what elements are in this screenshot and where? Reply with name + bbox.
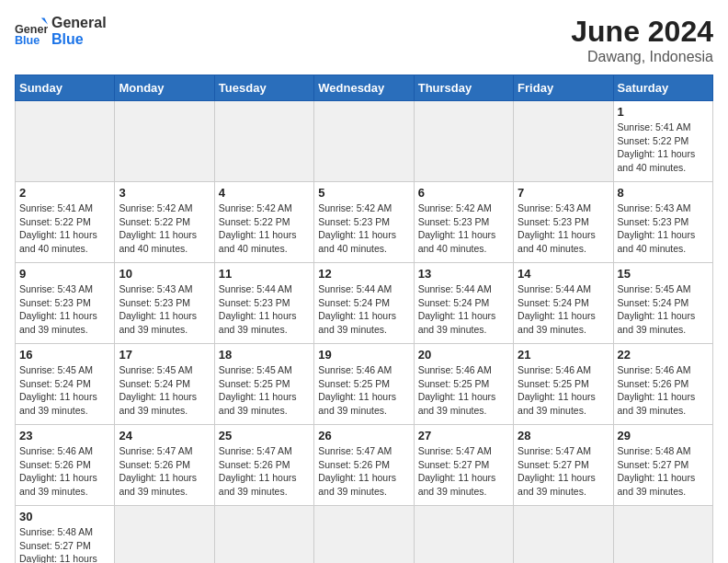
day-info: Sunrise: 5:43 AM Sunset: 5:23 PM Dayligh…	[518, 201, 609, 256]
day-info: Sunrise: 5:46 AM Sunset: 5:25 PM Dayligh…	[318, 363, 409, 418]
calendar-cell	[214, 101, 313, 182]
day-info: Sunrise: 5:42 AM Sunset: 5:23 PM Dayligh…	[318, 201, 409, 256]
day-info: Sunrise: 5:47 AM Sunset: 5:27 PM Dayligh…	[518, 444, 609, 499]
month-year: June 2024	[571, 15, 713, 49]
day-number: 8	[618, 186, 709, 200]
calendar-cell: 30Sunrise: 5:48 AM Sunset: 5:27 PM Dayli…	[16, 506, 115, 564]
day-number: 18	[219, 348, 310, 362]
calendar-cell: 1Sunrise: 5:41 AM Sunset: 5:22 PM Daylig…	[613, 101, 712, 182]
day-number: 4	[219, 186, 310, 200]
calendar-cell	[115, 101, 214, 182]
day-number: 24	[119, 429, 210, 442]
day-header-saturday: Saturday	[613, 75, 712, 101]
week-row-3: 9Sunrise: 5:43 AM Sunset: 5:23 PM Daylig…	[16, 263, 713, 344]
day-info: Sunrise: 5:44 AM Sunset: 5:24 PM Dayligh…	[518, 282, 609, 337]
day-info: Sunrise: 5:43 AM Sunset: 5:23 PM Dayligh…	[618, 201, 709, 256]
day-number: 27	[418, 429, 509, 442]
calendar-cell: 10Sunrise: 5:43 AM Sunset: 5:23 PM Dayli…	[115, 263, 214, 344]
calendar-cell: 3Sunrise: 5:42 AM Sunset: 5:22 PM Daylig…	[115, 182, 214, 263]
calendar-cell	[514, 101, 613, 182]
week-row-5: 23Sunrise: 5:46 AM Sunset: 5:26 PM Dayli…	[16, 425, 713, 506]
day-number: 9	[19, 267, 110, 281]
day-number: 19	[318, 348, 409, 362]
calendar-cell: 17Sunrise: 5:45 AM Sunset: 5:24 PM Dayli…	[115, 344, 214, 425]
day-number: 15	[618, 267, 709, 281]
day-number: 17	[119, 348, 210, 362]
day-info: Sunrise: 5:47 AM Sunset: 5:27 PM Dayligh…	[418, 444, 509, 499]
day-info: Sunrise: 5:46 AM Sunset: 5:26 PM Dayligh…	[618, 363, 709, 418]
logo: General Blue General Blue	[15, 15, 107, 48]
day-info: Sunrise: 5:43 AM Sunset: 5:23 PM Dayligh…	[119, 282, 210, 337]
day-number: 10	[119, 267, 210, 281]
calendar-cell: 27Sunrise: 5:47 AM Sunset: 5:27 PM Dayli…	[414, 425, 513, 506]
day-header-sunday: Sunday	[16, 75, 115, 101]
calendar-cell: 26Sunrise: 5:47 AM Sunset: 5:26 PM Dayli…	[314, 425, 414, 506]
calendar-cell: 21Sunrise: 5:46 AM Sunset: 5:25 PM Dayli…	[514, 344, 613, 425]
day-number: 20	[418, 348, 509, 362]
calendar-cell	[414, 506, 513, 564]
calendar-cell: 25Sunrise: 5:47 AM Sunset: 5:26 PM Dayli…	[214, 425, 313, 506]
day-info: Sunrise: 5:44 AM Sunset: 5:23 PM Dayligh…	[219, 282, 310, 337]
day-number: 29	[618, 429, 709, 442]
day-header-monday: Monday	[115, 75, 214, 101]
location: Dawang, Indonesia	[571, 49, 713, 65]
week-row-2: 2Sunrise: 5:41 AM Sunset: 5:22 PM Daylig…	[16, 182, 713, 263]
day-info: Sunrise: 5:47 AM Sunset: 5:26 PM Dayligh…	[119, 444, 210, 499]
calendar-table: SundayMondayTuesdayWednesdayThursdayFrid…	[15, 75, 713, 563]
calendar-cell: 29Sunrise: 5:48 AM Sunset: 5:27 PM Dayli…	[613, 425, 712, 506]
calendar-cell	[514, 506, 613, 564]
day-number: 12	[318, 267, 409, 281]
calendar-cell: 15Sunrise: 5:45 AM Sunset: 5:24 PM Dayli…	[613, 263, 712, 344]
day-header-friday: Friday	[514, 75, 613, 101]
day-info: Sunrise: 5:42 AM Sunset: 5:22 PM Dayligh…	[219, 201, 310, 256]
calendar-cell: 12Sunrise: 5:44 AM Sunset: 5:24 PM Dayli…	[314, 263, 414, 344]
logo-general-text: General	[51, 15, 107, 31]
day-info: Sunrise: 5:46 AM Sunset: 5:25 PM Dayligh…	[518, 363, 609, 418]
calendar-cell: 14Sunrise: 5:44 AM Sunset: 5:24 PM Dayli…	[514, 263, 613, 344]
day-number: 7	[518, 186, 609, 200]
calendar-cell: 18Sunrise: 5:45 AM Sunset: 5:25 PM Dayli…	[214, 344, 313, 425]
calendar-cell: 24Sunrise: 5:47 AM Sunset: 5:26 PM Dayli…	[115, 425, 214, 506]
day-number: 22	[618, 348, 709, 362]
day-number: 28	[518, 429, 609, 442]
day-info: Sunrise: 5:47 AM Sunset: 5:26 PM Dayligh…	[219, 444, 310, 499]
calendar-cell	[214, 506, 313, 564]
calendar-cell: 8Sunrise: 5:43 AM Sunset: 5:23 PM Daylig…	[613, 182, 712, 263]
day-number: 5	[318, 186, 409, 200]
day-info: Sunrise: 5:45 AM Sunset: 5:25 PM Dayligh…	[219, 363, 310, 418]
calendar-cell	[414, 101, 513, 182]
week-row-4: 16Sunrise: 5:45 AM Sunset: 5:24 PM Dayli…	[16, 344, 713, 425]
svg-text:Blue: Blue	[15, 34, 40, 47]
day-info: Sunrise: 5:47 AM Sunset: 5:26 PM Dayligh…	[318, 444, 409, 499]
day-info: Sunrise: 5:45 AM Sunset: 5:24 PM Dayligh…	[19, 363, 110, 418]
title-block: June 2024 Dawang, Indonesia	[571, 15, 713, 65]
day-number: 16	[19, 348, 110, 362]
day-number: 11	[219, 267, 310, 281]
day-header-tuesday: Tuesday	[214, 75, 313, 101]
day-info: Sunrise: 5:45 AM Sunset: 5:24 PM Dayligh…	[618, 282, 709, 337]
week-row-1: 1Sunrise: 5:41 AM Sunset: 5:22 PM Daylig…	[16, 101, 713, 182]
calendar-cell: 5Sunrise: 5:42 AM Sunset: 5:23 PM Daylig…	[314, 182, 414, 263]
day-number: 23	[19, 429, 110, 442]
day-info: Sunrise: 5:41 AM Sunset: 5:22 PM Dayligh…	[618, 121, 709, 175]
calendar-cell: 20Sunrise: 5:46 AM Sunset: 5:25 PM Dayli…	[414, 344, 513, 425]
calendar-cell: 9Sunrise: 5:43 AM Sunset: 5:23 PM Daylig…	[16, 263, 115, 344]
day-info: Sunrise: 5:42 AM Sunset: 5:23 PM Dayligh…	[418, 201, 509, 256]
calendar-cell	[314, 101, 414, 182]
calendar-cell: 28Sunrise: 5:47 AM Sunset: 5:27 PM Dayli…	[514, 425, 613, 506]
calendar-cell: 13Sunrise: 5:44 AM Sunset: 5:24 PM Dayli…	[414, 263, 513, 344]
day-number: 3	[119, 186, 210, 200]
week-row-6: 30Sunrise: 5:48 AM Sunset: 5:27 PM Dayli…	[16, 506, 713, 564]
day-number: 1	[618, 105, 709, 119]
day-number: 2	[19, 186, 110, 200]
day-header-thursday: Thursday	[414, 75, 513, 101]
day-number: 13	[418, 267, 509, 281]
logo-blue-text: Blue	[51, 31, 107, 48]
day-number: 6	[418, 186, 509, 200]
calendar-header-row: SundayMondayTuesdayWednesdayThursdayFrid…	[16, 75, 713, 101]
day-info: Sunrise: 5:43 AM Sunset: 5:23 PM Dayligh…	[19, 282, 110, 337]
calendar-cell: 22Sunrise: 5:46 AM Sunset: 5:26 PM Dayli…	[613, 344, 712, 425]
calendar-cell: 2Sunrise: 5:41 AM Sunset: 5:22 PM Daylig…	[16, 182, 115, 263]
day-info: Sunrise: 5:44 AM Sunset: 5:24 PM Dayligh…	[418, 282, 509, 337]
calendar-cell	[314, 506, 414, 564]
